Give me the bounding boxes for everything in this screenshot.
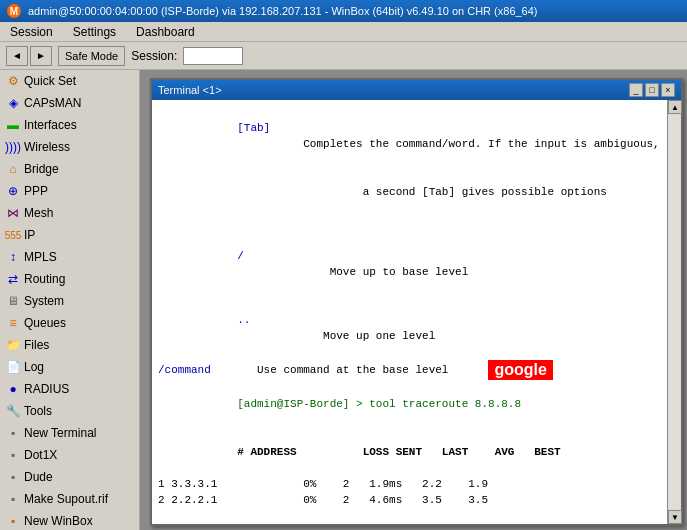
sidebar-item-label: Files [24, 338, 49, 352]
menu-session[interactable]: Session [4, 24, 59, 40]
tools-icon: 🔧 [6, 404, 20, 418]
terminal-title-bar: Terminal <1> _ □ × [152, 80, 681, 100]
terminal-line [158, 216, 675, 232]
dude-icon: ▪ [6, 470, 20, 484]
log-icon: 📄 [6, 360, 20, 374]
sidebar-item-ppp[interactable]: ⊕ PPP [0, 180, 139, 202]
terminal-line: .. Move up one level [158, 296, 675, 360]
quick-set-icon: ⚙ [6, 74, 20, 88]
make-supout-icon: ▪ [6, 492, 20, 506]
terminal-title: Terminal <1> [158, 84, 222, 96]
sidebar-item-interfaces[interactable]: ▬ Interfaces [0, 114, 139, 136]
sidebar-item-routing[interactable]: ⇄ Routing [0, 268, 139, 290]
terminal-window: Terminal <1> _ □ × [Tab] Completes the c… [150, 78, 683, 526]
sidebar-item-log[interactable]: 📄 Log [0, 356, 139, 378]
sidebar-item-dude[interactable]: ▪ Dude [0, 466, 139, 488]
terminal-close-button[interactable]: × [661, 83, 675, 97]
menu-settings[interactable]: Settings [67, 24, 122, 40]
sidebar-item-label: Dude [24, 470, 53, 484]
sidebar-item-new-terminal[interactable]: ▪ New Terminal [0, 422, 139, 444]
files-icon: 📁 [6, 338, 20, 352]
sidebar-item-mesh[interactable]: ⋈ Mesh [0, 202, 139, 224]
google-annotation: google [488, 360, 552, 380]
sidebar-item-radius[interactable]: ● RADIUS [0, 378, 139, 400]
content-area: Terminal <1> _ □ × [Tab] Completes the c… [140, 70, 687, 530]
main-layout: ⚙ Quick Set ◈ CAPsMAN ▬ Interfaces )))) … [0, 70, 687, 530]
sidebar-item-label: Tools [24, 404, 52, 418]
terminal-maximize-button[interactable]: □ [645, 83, 659, 97]
sidebar-item-mpls[interactable]: ↕ MPLS [0, 246, 139, 268]
radius-icon: ● [6, 382, 20, 396]
sidebar-item-label: IP [24, 228, 35, 242]
sidebar-item-label: System [24, 294, 64, 308]
terminal-line: 1 3.3.3.1 0% 2 1.9ms 2.2 1.9 [158, 476, 675, 492]
sidebar-item-bridge[interactable]: ⌂ Bridge [0, 158, 139, 180]
terminal-line: 2 2.2.2.1 0% 2 4.6ms 3.5 3.5 [158, 492, 675, 504]
terminal-scrollbar[interactable]: ▲ ▼ [667, 100, 681, 524]
session-label: Session: [131, 49, 177, 63]
menu-bar: Session Settings Dashboard [0, 22, 687, 42]
queues-icon: ≡ [6, 316, 20, 330]
wireless-icon: )))) [6, 140, 20, 154]
sidebar-item-label: Quick Set [24, 74, 76, 88]
sidebar-item-new-winbox[interactable]: ▪ New WinBox [0, 510, 139, 530]
toolbar: ◄ ► Safe Mode Session: [0, 42, 687, 70]
sidebar-item-label: PPP [24, 184, 48, 198]
sidebar-item-label: Queues [24, 316, 66, 330]
session-input[interactable] [183, 47, 243, 65]
ip-icon: 555 [6, 228, 20, 242]
title-bar: M admin@50:00:00:04:00:00 (ISP-Borde) vi… [0, 0, 687, 22]
window-title: admin@50:00:00:04:00:00 (ISP-Borde) via … [28, 5, 681, 17]
terminal-line: /command Use command at the base level g… [158, 360, 675, 380]
system-icon: 🖥 [6, 294, 20, 308]
terminal-line: # ADDRESS LOSS SENT LAST AVG BEST [158, 428, 675, 476]
back-button[interactable]: ◄ [6, 46, 28, 66]
sidebar-item-label: Bridge [24, 162, 59, 176]
sidebar-item-label: Make Supout.rif [24, 492, 108, 506]
terminal-line: [Tab] Completes the command/word. If the… [158, 104, 675, 168]
nav-buttons: ◄ ► [6, 46, 52, 66]
mesh-icon: ⋈ [6, 206, 20, 220]
sidebar-item-label: New Terminal [24, 426, 96, 440]
scroll-down-button[interactable]: ▼ [668, 510, 682, 524]
terminal-content[interactable]: [Tab] Completes the command/word. If the… [152, 100, 681, 504]
routing-icon: ⇄ [6, 272, 20, 286]
svg-text:M: M [10, 6, 18, 17]
sidebar: ⚙ Quick Set ◈ CAPsMAN ▬ Interfaces )))) … [0, 70, 140, 530]
sidebar-item-label: Log [24, 360, 44, 374]
mpls-icon: ↕ [6, 250, 20, 264]
terminal-minimize-button[interactable]: _ [629, 83, 643, 97]
sidebar-item-queues[interactable]: ≡ Queues [0, 312, 139, 334]
sidebar-item-system[interactable]: 🖥 System [0, 290, 139, 312]
scroll-up-button[interactable]: ▲ [668, 100, 682, 114]
app-icon: M [6, 3, 22, 19]
safe-mode-button[interactable]: Safe Mode [58, 46, 125, 66]
menu-dashboard[interactable]: Dashboard [130, 24, 201, 40]
terminal-line: a second [Tab] gives possible options [158, 168, 675, 216]
new-winbox-icon: ▪ [6, 514, 20, 528]
sidebar-item-wireless[interactable]: )))) Wireless [0, 136, 139, 158]
sidebar-item-label: MPLS [24, 250, 57, 264]
sidebar-item-capsman[interactable]: ◈ CAPsMAN [0, 92, 139, 114]
sidebar-item-label: Wireless [24, 140, 70, 154]
sidebar-item-make-supout[interactable]: ▪ Make Supout.rif [0, 488, 139, 510]
capsman-icon: ◈ [6, 96, 20, 110]
interfaces-icon: ▬ [6, 118, 20, 132]
dot1x-icon: ▪ [6, 448, 20, 462]
sidebar-item-dot1x[interactable]: ▪ Dot1X [0, 444, 139, 466]
sidebar-item-label: Dot1X [24, 448, 57, 462]
sidebar-item-label: Routing [24, 272, 65, 286]
terminal-title-buttons: _ □ × [629, 83, 675, 97]
sidebar-item-label: New WinBox [24, 514, 93, 528]
sidebar-item-ip[interactable]: 555 IP [0, 224, 139, 246]
terminal-line: [admin@ISP-Borde] > tool traceroute 8.8.… [158, 380, 675, 428]
sidebar-item-label: RADIUS [24, 382, 69, 396]
terminal-line: / Move up to base level [158, 232, 675, 296]
bridge-icon: ⌂ [6, 162, 20, 176]
sidebar-item-tools[interactable]: 🔧 Tools [0, 400, 139, 422]
sidebar-item-quick-set[interactable]: ⚙ Quick Set [0, 70, 139, 92]
forward-button[interactable]: ► [30, 46, 52, 66]
sidebar-item-label: Mesh [24, 206, 53, 220]
sidebar-item-files[interactable]: 📁 Files [0, 334, 139, 356]
ppp-icon: ⊕ [6, 184, 20, 198]
